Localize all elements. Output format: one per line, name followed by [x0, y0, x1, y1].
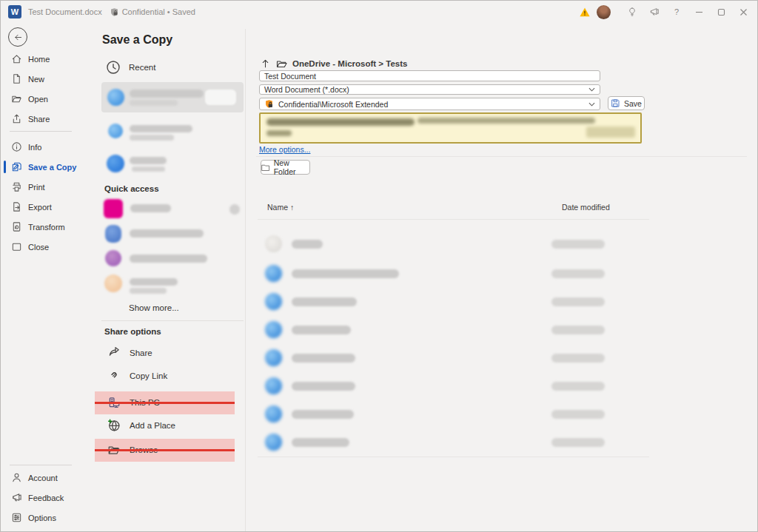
- info-icon: [11, 141, 22, 152]
- sidebar-item-label: Export: [28, 203, 52, 212]
- help-icon[interactable]: ?: [665, 1, 688, 23]
- quick-access-item[interactable]: [101, 248, 244, 273]
- show-more-link[interactable]: Show more...: [129, 303, 179, 312]
- folder-icon: [265, 235, 282, 252]
- this-pc-strikethrough: [95, 402, 235, 404]
- quick-access-item[interactable]: [101, 223, 244, 248]
- sidebar-item-label: Save a Copy: [28, 163, 76, 172]
- recent-tab[interactable]: Recent: [129, 63, 155, 72]
- filename-value: Test Document: [264, 72, 316, 81]
- sensitivity-value: Confidential\Microsoft Extended: [278, 100, 388, 109]
- sidebar-item-account[interactable]: Account: [1, 468, 81, 488]
- sidebar-item-close[interactable]: Close: [1, 237, 81, 257]
- quick-access-header: Quick access: [104, 184, 159, 193]
- new-folder-label: New Folder: [274, 158, 309, 176]
- sidebar-divider: [10, 465, 72, 465]
- more-options-link[interactable]: More options...: [259, 145, 310, 154]
- sidebar-item-export[interactable]: Export: [1, 197, 81, 217]
- site-icon: [104, 275, 122, 292]
- recent-location-selected[interactable]: [101, 82, 244, 112]
- column-header-date-modified[interactable]: Date modified: [562, 203, 610, 212]
- sidebar-item-label: Open: [28, 95, 48, 104]
- save-button-label: Save: [624, 99, 642, 108]
- quick-access-item[interactable]: [101, 198, 244, 223]
- chevron-down-icon: [588, 102, 595, 107]
- column-header-name[interactable]: Name ↑: [267, 203, 294, 212]
- word-app-icon: W: [8, 5, 21, 18]
- word-document-icon: [265, 349, 282, 366]
- sidebar-item-print[interactable]: Print: [1, 177, 81, 197]
- open-folder-icon: [11, 93, 22, 104]
- add-a-place-option[interactable]: Add a Place: [130, 421, 175, 430]
- pin-icon[interactable]: [229, 204, 240, 215]
- file-row[interactable]: [258, 288, 649, 316]
- user-avatar[interactable]: [597, 5, 611, 19]
- sidebar-item-label: Home: [28, 55, 50, 64]
- file-row[interactable]: [258, 316, 649, 344]
- copy-link-option[interactable]: Copy Link: [130, 371, 167, 380]
- sensitivity-select[interactable]: Confidential\Microsoft Extended: [259, 98, 600, 110]
- file-row[interactable]: [258, 428, 649, 457]
- new-folder-button[interactable]: New Folder: [261, 160, 310, 175]
- page-title: Save a Copy: [102, 33, 172, 47]
- back-button[interactable]: [8, 27, 27, 47]
- maximize-button[interactable]: [710, 1, 732, 23]
- sidebar-item-options[interactable]: Options: [1, 508, 81, 528]
- sensitivity-status-label: Confidential • Saved: [122, 7, 195, 16]
- feedback-megaphone-icon[interactable]: [643, 1, 665, 23]
- sidebar-item-label: Options: [28, 514, 56, 522]
- divider: [258, 219, 649, 220]
- share-icon: [11, 113, 22, 124]
- file-row[interactable]: [258, 230, 649, 258]
- sidebar-item-save-a-copy[interactable]: Save a Copy: [1, 157, 81, 177]
- browse-strikethrough: [95, 449, 235, 451]
- save-button[interactable]: Save: [608, 96, 645, 110]
- minimize-button[interactable]: [688, 1, 710, 23]
- add-a-place-globe-icon: [107, 419, 121, 432]
- breadcrumb[interactable]: OneDrive - Microsoft > Tests: [292, 59, 407, 68]
- share-option[interactable]: Share: [130, 349, 152, 357]
- policy-tip-warning: [259, 112, 642, 144]
- file-row[interactable]: [258, 400, 649, 428]
- up-one-level-icon[interactable]: [260, 58, 271, 69]
- account-person-icon: [11, 472, 22, 483]
- quick-access-item[interactable]: [101, 272, 244, 300]
- site-icon: [105, 250, 121, 266]
- sort-ascending-icon: ↑: [290, 203, 294, 212]
- close-button[interactable]: [732, 1, 754, 23]
- close-document-icon: [11, 241, 22, 252]
- sensitivity-shield-icon: [264, 99, 274, 109]
- sidebar-item-home[interactable]: Home: [1, 49, 81, 69]
- filetype-value: Word Document (*.docx): [264, 85, 349, 94]
- filename-input[interactable]: Test Document: [259, 70, 600, 81]
- chevron-down-icon: [588, 87, 595, 92]
- word-document-icon: [265, 321, 282, 338]
- file-row[interactable]: [258, 344, 649, 372]
- titlebar: W Test Document.docx Confidential • Save…: [1, 1, 757, 23]
- sidebar-item-info[interactable]: Info: [1, 137, 81, 157]
- recent-location[interactable]: [101, 116, 244, 146]
- word-document-icon: [265, 377, 282, 394]
- site-icon: [104, 199, 123, 218]
- sidebar-item-open[interactable]: Open: [1, 89, 81, 109]
- filetype-select[interactable]: Word Document (*.docx): [259, 84, 600, 95]
- home-icon: [11, 53, 22, 64]
- lightbulb-icon[interactable]: [621, 1, 643, 23]
- file-row[interactable]: [258, 372, 649, 400]
- warning-icon[interactable]: [579, 7, 591, 18]
- sidebar-item-share[interactable]: Share: [1, 109, 81, 129]
- file-row[interactable]: [258, 260, 649, 288]
- sidebar-item-label: New: [28, 75, 44, 84]
- folder-icon: [276, 59, 288, 70]
- shield-lock-icon: [110, 7, 119, 17]
- recent-location[interactable]: [101, 149, 244, 178]
- sidebar-item-feedback[interactable]: Feedback: [1, 488, 81, 508]
- sidebar-item-label: Account: [28, 474, 58, 482]
- onedrive-icon: [107, 89, 124, 106]
- copy-link-icon: [107, 368, 121, 382]
- sidebar-item-new[interactable]: New: [1, 69, 81, 89]
- policy-tip-button[interactable]: [586, 127, 635, 138]
- options-icon: [11, 512, 22, 523]
- sidebar-item-transform[interactable]: Transform: [1, 217, 81, 237]
- sensitivity-status: Confidential • Saved: [110, 7, 195, 17]
